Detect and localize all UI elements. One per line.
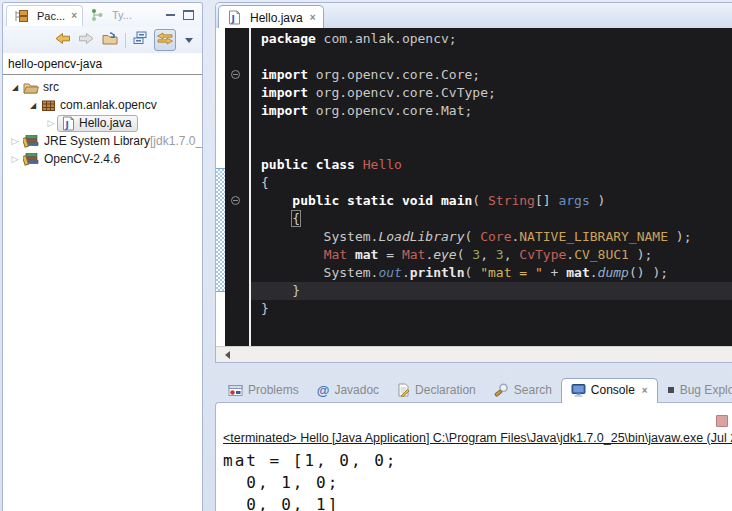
view-menu-button[interactable] (181, 37, 194, 44)
tree-item-label: OpenCV-2.4.6 (44, 152, 120, 166)
code-line[interactable]: import org.opencv.core.Core; (251, 66, 732, 84)
tree-item-label: src (43, 80, 59, 94)
tab-type-hierarchy-label: Ty... (112, 9, 132, 21)
library-icon (23, 153, 40, 166)
code-line[interactable]: System.out.println( "mat = " + mat.dump(… (251, 264, 732, 282)
tab-declaration[interactable]: Declaration (388, 379, 485, 402)
tab-package-explorer-label: Pac... (37, 10, 65, 22)
search-icon (494, 383, 509, 397)
declaration-icon (397, 383, 410, 397)
tree-item-jre-system-library[interactable]: ▷JRE System Library [jdk1.7.0_25] (3, 132, 202, 150)
tab-javadoc[interactable]: @Javadoc (308, 379, 388, 402)
fold-collapse-icon[interactable] (231, 196, 240, 205)
console-output: mat = [1, 0, 0; 0, 1, 0; 0, 0, 1] (223, 450, 398, 511)
tree-item-src[interactable]: ◢src (3, 78, 202, 96)
forward-icon (78, 31, 95, 49)
tab-label: Search (514, 383, 552, 397)
editor-horizontal-scrollbar[interactable] (216, 346, 732, 363)
tree-item-decoration: [jdk1.7.0_25] (150, 134, 203, 148)
tab-console[interactable]: Console× (561, 378, 658, 403)
java-file-icon: J (228, 10, 241, 25)
console-icon (571, 383, 586, 397)
tree-item-hello-java[interactable]: ▷JHello.java (3, 114, 202, 132)
package-explorer-tree: ◢src◢com.anlak.opencv▷JHello.java▷JRE Sy… (3, 75, 202, 168)
tree-item-opencv-2-4-6[interactable]: ▷OpenCV-2.4.6 (3, 150, 202, 168)
code-line[interactable]: System.LoadLibrary( Core.NATIVE_LIBRARY_… (251, 228, 732, 246)
editor-tab-label: Hello.java (250, 11, 303, 25)
code-line[interactable]: public static void main( String[] args ) (251, 192, 732, 210)
close-icon[interactable]: × (71, 10, 77, 21)
tab-label: Javadoc (334, 383, 379, 397)
console-output-line: 0, 1, 0; (223, 472, 398, 494)
annotation-ruler (216, 28, 225, 346)
tree-item-label: Hello.java (79, 116, 132, 130)
package-explorer-toolbar (3, 27, 202, 53)
code-line[interactable] (251, 120, 732, 138)
code-line[interactable]: { (251, 174, 732, 192)
code-line[interactable]: } (251, 282, 732, 300)
range-indicator (216, 168, 225, 292)
project-root-label[interactable]: hello-opencv-java (3, 53, 202, 75)
tab-search[interactable]: Search (485, 379, 561, 402)
editor-panel: J Hello.java × package com.anlak.opencv;… (215, 2, 732, 363)
code-line[interactable]: package com.anlak.opencv; (251, 30, 732, 48)
scroll-left-icon[interactable] (225, 351, 230, 359)
close-icon[interactable]: × (642, 385, 648, 396)
tab-package-explorer[interactable]: Pac... × (6, 5, 83, 26)
package-explorer-header: Pac... × Ty... (3, 3, 202, 27)
console-output-line: mat = [1, 0, 0; (223, 450, 398, 472)
tree-item-label: JRE System Library (44, 134, 150, 148)
tab-bug-explorer[interactable]: Bug Explorer (658, 379, 732, 402)
problems-icon (228, 384, 243, 397)
tab-label: Declaration (415, 383, 476, 397)
folder-icon (23, 81, 39, 94)
tab-label: Bug Explorer (680, 383, 732, 397)
tab-label: Problems (248, 383, 299, 397)
code-line[interactable]: Mat mat = Mat.eye( 3, 3, CvType.CV_8UC1 … (251, 246, 732, 264)
link-with-editor-button[interactable] (154, 29, 176, 51)
back-icon (54, 31, 71, 49)
expand-arrow-icon[interactable]: ▷ (9, 154, 21, 164)
back-button[interactable] (53, 30, 72, 50)
collapse-arrow-icon[interactable]: ◢ (27, 101, 39, 110)
code-area[interactable]: package com.anlak.opencv;import org.open… (251, 28, 732, 346)
forward-button[interactable] (77, 30, 96, 50)
view-menu-icon (185, 38, 193, 43)
code-line[interactable]: { (251, 210, 732, 228)
package-icon (41, 99, 56, 112)
collapse-all-icon (132, 31, 148, 49)
library-icon (23, 135, 40, 148)
console-title: <terminated> Hello [Java Application] C:… (223, 431, 732, 445)
svg-text:J: J (64, 119, 68, 129)
javadoc-icon: @ (317, 384, 330, 397)
tab-hello-java[interactable]: J Hello.java × (218, 5, 324, 28)
tab-type-hierarchy[interactable]: Ty... (83, 5, 137, 25)
minimize-icon[interactable] (166, 11, 175, 16)
collapse-arrow-icon[interactable]: ◢ (9, 83, 21, 92)
bottom-tabbar: Problems@JavadocDeclarationSearchConsole… (215, 377, 732, 402)
console-output-line: 0, 0, 1] (223, 494, 398, 511)
maximize-icon[interactable] (183, 10, 194, 20)
code-line[interactable] (251, 48, 732, 66)
editor-tabbar: J Hello.java × (216, 3, 732, 28)
editor-body: package com.anlak.opencv;import org.open… (216, 28, 732, 346)
tree-item-com-anlak-opencv[interactable]: ◢com.anlak.opencv (3, 96, 202, 114)
code-line[interactable]: import org.opencv.core.Mat; (251, 102, 732, 120)
code-line[interactable]: import org.opencv.core.CvType; (251, 84, 732, 102)
tab-label: Console (591, 383, 635, 397)
selected-item-box: JHello.java (57, 115, 138, 132)
close-icon[interactable]: × (310, 12, 316, 23)
expand-arrow-icon[interactable]: ▷ (9, 136, 21, 146)
console-view: <terminated> Hello [Java Application] C:… (215, 402, 732, 511)
tab-problems[interactable]: Problems (219, 379, 308, 402)
up-button[interactable] (101, 30, 120, 50)
fold-collapse-icon[interactable] (231, 70, 240, 79)
terminate-button[interactable] (716, 415, 728, 427)
code-line[interactable] (251, 138, 732, 156)
expand-arrow-icon[interactable]: ▷ (45, 118, 57, 128)
package-explorer-icon (14, 9, 29, 23)
toolbar-separator (125, 33, 126, 48)
code-line[interactable]: } (251, 300, 732, 318)
collapse-all-button[interactable] (131, 30, 149, 50)
code-line[interactable]: public class Hello (251, 156, 732, 174)
